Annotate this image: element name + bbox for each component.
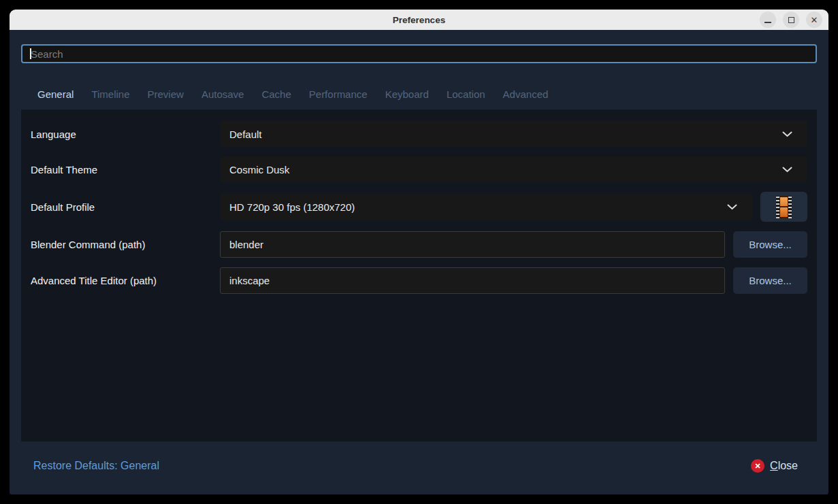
default-profile-value: HD 720p 30 fps (1280x720) [229,201,355,213]
tab-location[interactable]: Location [447,88,485,100]
language-dropdown[interactable]: Default [220,121,807,147]
tab-advanced[interactable]: Advanced [503,88,549,100]
dialog-body: General Timeline Preview Autosave Cache … [10,30,828,494]
x-circle-icon: ✕ [751,459,764,473]
close-button-label: Close [770,460,798,472]
x-icon: ✕ [811,16,818,24]
tab-performance[interactable]: Performance [309,88,368,100]
blender-command-row: Blender Command (path) Browse... [31,231,807,258]
general-settings-panel: Language Default Default Theme Cosmic Du… [21,110,817,441]
dialog-footer: Restore Defaults: General ✕ Close [10,441,828,494]
film-strip-icon [776,196,792,218]
search-container [21,44,817,63]
restore-defaults-link[interactable]: Restore Defaults: General [33,460,159,472]
tab-preview[interactable]: Preview [148,88,184,100]
window-title: Preferences [393,15,445,25]
text-caret [30,48,31,59]
tab-keyboard[interactable]: Keyboard [385,88,429,100]
close-button[interactable]: ✕ Close [751,459,798,473]
tab-autosave[interactable]: Autosave [202,88,244,100]
chevron-down-icon [727,204,737,210]
window-controls: ✕ [760,12,822,28]
title-editor-input[interactable] [220,267,725,294]
minimize-button[interactable] [760,12,776,28]
blender-command-input[interactable] [220,231,725,258]
language-label: Language [31,129,220,140]
default-profile-dropdown[interactable]: HD 720p 30 fps (1280x720) [220,194,752,220]
maximize-button[interactable] [783,12,799,28]
title-editor-label: Advanced Title Editor (path) [31,275,220,286]
default-profile-label: Default Profile [31,201,220,213]
tab-general[interactable]: General [37,88,74,100]
language-row: Language Default [31,121,807,147]
preferences-dialog: Preferences ✕ General Timeline Preview A… [10,10,828,494]
default-theme-value: Cosmic Dusk [229,164,289,175]
title-editor-row: Advanced Title Editor (path) Browse... [31,267,807,294]
tab-cache[interactable]: Cache [261,88,291,100]
chevron-down-icon [782,167,792,173]
blender-command-label: Blender Command (path) [31,239,220,250]
default-theme-label: Default Theme [31,164,220,175]
square-outline-icon [788,17,794,23]
edit-profiles-button[interactable] [760,192,807,222]
minus-icon [764,22,771,23]
close-window-button[interactable]: ✕ [806,12,822,28]
chevron-down-icon [782,131,792,137]
language-value: Default [229,129,262,140]
title-editor-browse-button[interactable]: Browse... [733,267,807,294]
tab-timeline[interactable]: Timeline [91,88,129,100]
default-theme-dropdown[interactable]: Cosmic Dusk [220,156,807,182]
search-input[interactable] [21,44,817,63]
default-theme-row: Default Theme Cosmic Dusk [31,156,807,182]
titlebar[interactable]: Preferences ✕ [10,10,828,30]
default-profile-row: Default Profile HD 720p 30 fps (1280x720… [31,192,807,222]
tab-bar: General Timeline Preview Autosave Cache … [37,84,817,103]
blender-browse-button[interactable]: Browse... [733,231,807,258]
